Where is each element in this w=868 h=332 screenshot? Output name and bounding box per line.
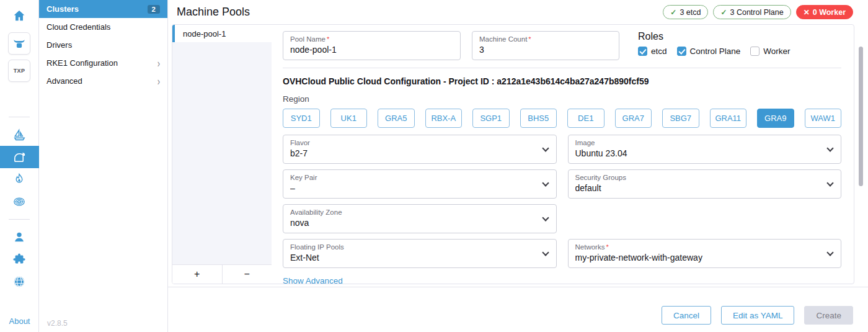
image-value: Ubuntu 23.04 — [575, 148, 823, 158]
edit-as-yaml-button[interactable]: Edit as YAML — [721, 306, 795, 325]
flavor-select[interactable]: Flavor b2-7 — [283, 135, 557, 164]
clusters-count-badge: 2 — [148, 5, 160, 14]
cluster-management-barn-icon[interactable] — [0, 146, 39, 168]
chevron-right-icon: › — [157, 74, 160, 87]
floating-ip-pools-value: Ext-Net — [290, 253, 538, 262]
sidebar-item-cloud-credentials[interactable]: Cloud Credentials — [39, 18, 167, 36]
role-etcd-checkbox[interactable]: etcd — [638, 47, 667, 56]
security-groups-select[interactable]: Security Groups default — [568, 169, 842, 199]
region-button-gra5[interactable]: GRA5 — [378, 109, 415, 128]
txp-label: TXP — [14, 68, 25, 74]
machine-count-field[interactable]: Machine Count 3 — [472, 31, 619, 60]
longhorn-icon[interactable] — [0, 191, 39, 213]
region-button-gra9-selected[interactable]: GRA9 — [757, 109, 794, 128]
extensions-puzzle-icon[interactable] — [0, 248, 39, 271]
rail-divider — [9, 219, 30, 220]
sidebar-item-label: Advanced — [46, 76, 82, 86]
region-button-uk1[interactable]: UK1 — [330, 109, 368, 128]
pool-tab-label: node-pool-1 — [183, 29, 226, 38]
chevron-down-icon — [826, 145, 833, 151]
chevron-right-icon: › — [157, 56, 160, 70]
pool-form: Pool Name node-pool-1 Machine Count 3 Ro… — [272, 25, 854, 284]
rail-divider — [9, 117, 30, 117]
sidebar-item-clusters[interactable]: Clusters 2 — [39, 0, 167, 18]
image-select[interactable]: Image Ubuntu 23.04 — [568, 135, 842, 164]
about-link[interactable]: About — [0, 316, 39, 326]
region-button-sgp1[interactable]: SGP1 — [472, 109, 510, 128]
nav-sidebar: Clusters 2 Cloud Credentials Drivers RKE… — [39, 0, 168, 332]
floating-ip-pools-select[interactable]: Floating IP Pools Ext-Net — [283, 239, 557, 268]
globe-icon[interactable] — [0, 271, 39, 293]
chevron-down-icon — [542, 179, 549, 186]
machine-pools-card: node-pool-1 + − Pool Name node-pool-1 Ma… — [172, 24, 854, 284]
sidebar-item-label: Clusters — [46, 4, 79, 14]
region-button-waw1[interactable]: WAW1 — [805, 109, 842, 128]
control-plane-count-badge: ✓ 3 Control Plane — [713, 5, 790, 19]
add-pool-button[interactable]: + — [172, 265, 223, 284]
region-button-sbg7[interactable]: SBG7 — [662, 109, 699, 128]
show-advanced-link[interactable]: Show Advanced — [283, 276, 343, 284]
home-icon[interactable] — [12, 9, 26, 22]
networks-select[interactable]: Networks my-private-network-with-gateway — [568, 239, 842, 268]
main-content: Machine Pools ✓ 3 etcd ✓ 3 Control Plane… — [168, 0, 868, 332]
remove-pool-button[interactable]: − — [223, 265, 272, 284]
role-label: etcd — [651, 47, 667, 56]
chevron-down-icon — [542, 145, 549, 151]
role-label: Control Plane — [690, 47, 741, 56]
sidebar-item-advanced[interactable]: Advanced › — [39, 72, 167, 90]
check-icon: ✓ — [670, 8, 676, 17]
sidebar-item-label: Cloud Credentials — [46, 22, 110, 32]
region-label: Region — [283, 94, 841, 104]
badge-label: 0 Worker — [813, 8, 846, 17]
vertical-scrollbar[interactable] — [859, 47, 863, 186]
networks-label: Networks — [575, 243, 823, 251]
badge-label: 3 etcd — [680, 8, 701, 17]
region-button-group: SYD1 UK1 GRA5 RBX-A SGP1 BHS5 DE1 GRA7 S… — [283, 109, 841, 128]
roles-title: Roles — [638, 31, 790, 42]
page-title: Machine Pools — [177, 6, 250, 19]
availability-zone-select[interactable]: Availability Zone nova — [283, 204, 557, 233]
rancher-logo-icon[interactable] — [8, 32, 30, 55]
role-control-plane-checkbox[interactable]: Control Plane — [677, 47, 741, 56]
region-button-bhs5[interactable]: BHS5 — [520, 109, 557, 128]
footer-actions: Cancel Edit as YAML Create — [168, 287, 868, 332]
region-button-syd1[interactable]: SYD1 — [283, 109, 320, 128]
pool-name-field[interactable]: Pool Name node-pool-1 — [283, 31, 461, 60]
security-groups-label: Security Groups — [575, 174, 823, 181]
flame-icon[interactable] — [0, 168, 39, 191]
badge-label: 3 Control Plane — [730, 8, 784, 17]
region-button-de1[interactable]: DE1 — [567, 109, 604, 128]
txp-extension-icon[interactable]: TXP — [8, 60, 30, 82]
region-button-rbx-a[interactable]: RBX-A — [425, 109, 463, 128]
chevron-down-icon — [826, 249, 833, 256]
checkbox-checked-icon — [638, 47, 647, 56]
region-button-gra7[interactable]: GRA7 — [615, 109, 652, 128]
pool-tab-node-pool-1[interactable]: node-pool-1 — [172, 25, 272, 42]
sidebar-item-label: Drivers — [46, 40, 72, 50]
region-button-gra11[interactable]: GRA11 — [710, 109, 747, 128]
create-button[interactable]: Create — [804, 306, 853, 325]
cancel-button[interactable]: Cancel — [662, 306, 711, 325]
key-pair-label: Key Pair — [290, 174, 538, 181]
chevron-down-icon — [542, 214, 549, 221]
section-divider — [283, 68, 841, 68]
empty-grid-cell — [568, 204, 842, 233]
sidebar-item-rke1-configuration[interactable]: RKE1 Configuration › — [39, 54, 167, 72]
security-groups-value: default — [575, 183, 823, 193]
networks-value: my-private-network-with-gateway — [575, 253, 823, 262]
page-header: Machine Pools ✓ 3 etcd ✓ 3 Control Plane… — [168, 0, 868, 24]
key-pair-select[interactable]: Key Pair – — [283, 169, 557, 199]
checkbox-checked-icon — [677, 47, 686, 56]
role-label: Worker — [763, 47, 790, 56]
provider-section-title: OVHCloud Public Cloud Configuration - Pr… — [283, 76, 841, 86]
pool-name-label: Pool Name — [290, 35, 453, 43]
fleet-boat-icon[interactable] — [0, 123, 39, 146]
sidebar-item-drivers[interactable]: Drivers — [39, 36, 167, 54]
role-worker-checkbox[interactable]: Worker — [750, 47, 790, 56]
pool-tab-actions: + − — [172, 264, 272, 284]
version-label: v2.8.5 — [47, 319, 68, 328]
users-icon[interactable] — [0, 226, 39, 248]
etcd-count-badge: ✓ 3 etcd — [663, 5, 708, 19]
pool-name-value: node-pool-1 — [290, 45, 453, 55]
machine-count-label: Machine Count — [479, 35, 612, 43]
